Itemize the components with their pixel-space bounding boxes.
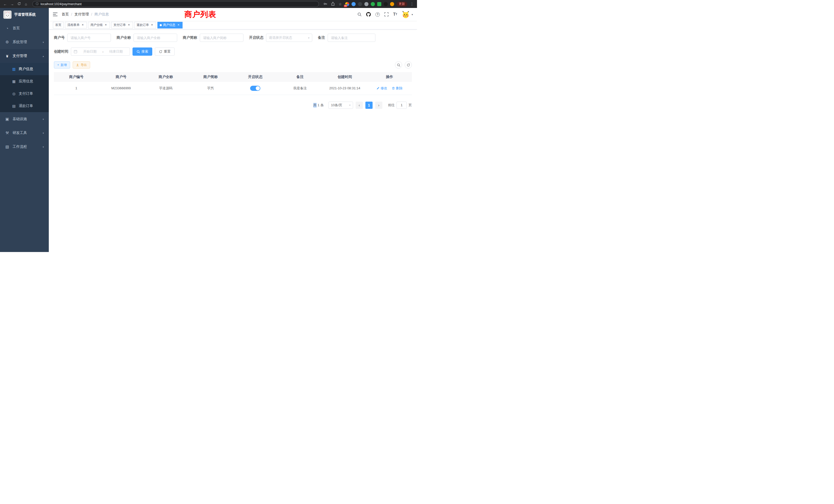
caret-down-icon[interactable]: ▾ — [412, 13, 413, 16]
extension-icon-8[interactable] — [390, 2, 394, 6]
browser-menu-icon[interactable]: ⋮ — [410, 2, 414, 6]
forward-icon[interactable]: → — [9, 2, 15, 6]
password-key-icon[interactable] — [323, 2, 328, 6]
tab-process-form[interactable]: 流程表单 × — [65, 22, 87, 28]
page-size-select[interactable]: 10条/页 ▾ — [328, 101, 353, 109]
share-icon[interactable] — [330, 2, 335, 6]
user-avatar[interactable] — [402, 10, 410, 18]
sidebar-item-pay[interactable]: ¥ 支付管理 ▴ — [0, 49, 49, 63]
document-icon: ▤ — [12, 104, 16, 108]
tab-user-group[interactable]: 用户分组 × — [88, 22, 110, 28]
merchant-no-input[interactable] — [67, 33, 111, 42]
sidebar-item-devtools[interactable]: ⚒ 研发工具 ▾ — [0, 126, 49, 140]
extension-icon-7[interactable] — [383, 2, 388, 6]
add-button[interactable]: + 新增 — [54, 61, 70, 69]
browser-toolbar: ← → ⌂ ⓘ localhost:1024/pay/merchant ☆ 10… — [0, 0, 417, 8]
sidebar-item-label: 应用信息 — [19, 79, 33, 84]
tab-merchant-info[interactable]: 商户信息 × — [157, 22, 182, 28]
sidebar-item-refund-order[interactable]: ▤ 退款订单 — [0, 100, 49, 112]
sidebar-item-app-info[interactable]: ▦ 应用信息 — [0, 75, 49, 88]
sidebar-item-workflow[interactable]: ▧ 工作流程 ▾ — [0, 140, 49, 154]
next-page-button[interactable]: › — [375, 101, 382, 109]
tabs-bar: 首页 流程表单 × 用户分组 × 支付订单 × 退款订单 × 商户信息 × — [49, 21, 417, 29]
goto-page-input[interactable] — [396, 101, 407, 109]
sidebar-item-label: 基础设施 — [13, 117, 27, 121]
remark-input[interactable] — [328, 33, 375, 42]
tab-label: 首页 — [55, 23, 61, 27]
chevron-down-icon: ▾ — [43, 145, 44, 148]
short-name-input[interactable] — [200, 33, 243, 42]
site-info-icon[interactable]: ⓘ — [36, 2, 39, 6]
url-text: localhost:1024/pay/merchant — [41, 2, 82, 6]
status-toggle[interactable] — [250, 86, 260, 91]
address-bar[interactable]: ⓘ localhost:1024/pay/merchant — [32, 1, 319, 7]
status-select[interactable]: 请选择开启状态 ▾ — [266, 33, 312, 42]
credit-card-icon: ▥ — [12, 67, 16, 71]
reload-icon[interactable] — [17, 2, 22, 6]
sidebar-item-system[interactable]: ⚙ 系统管理 ▾ — [0, 35, 49, 49]
close-icon[interactable]: × — [104, 23, 108, 27]
current-page-button[interactable]: 1 — [366, 101, 373, 109]
back-icon[interactable]: ← — [3, 2, 8, 6]
extension-icon-3[interactable] — [358, 2, 362, 6]
grid-icon: ▦ — [12, 79, 16, 84]
close-icon[interactable]: × — [150, 23, 154, 27]
prev-page-button[interactable]: ‹ — [356, 101, 363, 109]
breadcrumb: 首页 / 支付管理 / 商户信息 — [62, 12, 109, 17]
extension-icon-6[interactable] — [377, 2, 381, 6]
col-short-name: 商户简称 — [188, 72, 233, 82]
tab-label: 用户分组 — [90, 23, 103, 27]
table-toolbar: + 新增 导出 — [54, 61, 412, 69]
close-icon[interactable]: × — [127, 23, 131, 27]
toggle-search-button[interactable] — [395, 61, 402, 69]
search-button[interactable]: 搜索 — [132, 47, 152, 56]
export-button[interactable]: 导出 — [73, 61, 90, 69]
breadcrumb-home[interactable]: 首页 — [62, 12, 69, 17]
sidebar-item-infrastructure[interactable]: ▣ 基础设施 ▾ — [0, 112, 49, 126]
col-remark: 备注 — [278, 72, 322, 82]
close-icon[interactable]: × — [81, 23, 85, 27]
browser-update-button[interactable]: 更新 — [396, 2, 407, 7]
toolbox-icon: ⚒ — [5, 131, 9, 135]
cell-merchant-no: M233666999 — [98, 82, 143, 95]
github-icon[interactable] — [366, 12, 371, 17]
date-range-picker[interactable]: 开始日期 - 结束日期 — [71, 47, 130, 56]
top-navbar: 首页 / 支付管理 / 商户信息 商户列表 ? TT — [49, 8, 417, 21]
extension-icon-5[interactable] — [371, 2, 375, 6]
date-start-placeholder: 开始日期 — [79, 49, 101, 54]
full-name-input[interactable] — [133, 33, 177, 42]
font-size-icon[interactable]: TT — [393, 12, 397, 17]
reset-button[interactable]: 重置 — [155, 47, 175, 56]
delete-link[interactable]: 删除 — [392, 86, 403, 91]
refresh-table-button[interactable] — [405, 61, 412, 69]
app-title: 芋道管理系统 — [14, 12, 36, 17]
extension-icon-1[interactable]: 10 — [345, 2, 349, 6]
search-form-row-2: 创建时间 开始日期 - 结束日期 搜索 重置 — [54, 47, 412, 56]
calendar-icon — [74, 50, 77, 53]
fullscreen-icon[interactable] — [385, 12, 389, 17]
app-logo[interactable]: 芋道管理系统 — [0, 8, 49, 21]
help-icon[interactable]: ? — [375, 12, 380, 17]
short-name-label: 商户简称 — [183, 36, 197, 40]
sidebar-item-merchant-info[interactable]: ▥ 商户信息 — [0, 63, 49, 75]
bookmark-star-icon[interactable]: ☆ — [338, 2, 343, 6]
merchant-no-label: 商户号 — [54, 36, 65, 40]
extension-icon-4[interactable] — [364, 2, 369, 6]
tab-refund-order[interactable]: 退款订单 × — [134, 22, 156, 28]
extension-icon-2[interactable] — [352, 2, 356, 6]
breadcrumb-current: 商户信息 — [94, 12, 109, 17]
tab-home[interactable]: 首页 — [53, 22, 64, 28]
close-icon[interactable]: × — [177, 23, 180, 27]
tab-pay-order[interactable]: 支付订单 × — [111, 22, 133, 28]
sidebar-item-pay-order[interactable]: ◎ 支付订单 — [0, 88, 49, 100]
hamburger-icon[interactable] — [53, 12, 58, 17]
sidebar-item-home[interactable]: ◔ 首页 — [0, 21, 49, 35]
home-icon[interactable]: ⌂ — [23, 2, 28, 6]
gear-icon: ⚙ — [5, 40, 9, 44]
chevron-up-icon: ▴ — [43, 55, 44, 58]
edit-link[interactable]: 修改 — [376, 86, 387, 91]
breadcrumb-section[interactable]: 支付管理 — [74, 12, 89, 17]
search-icon[interactable] — [357, 12, 361, 17]
col-create-time: 创建时间 — [323, 72, 367, 82]
col-status: 开启状态 — [233, 72, 278, 82]
